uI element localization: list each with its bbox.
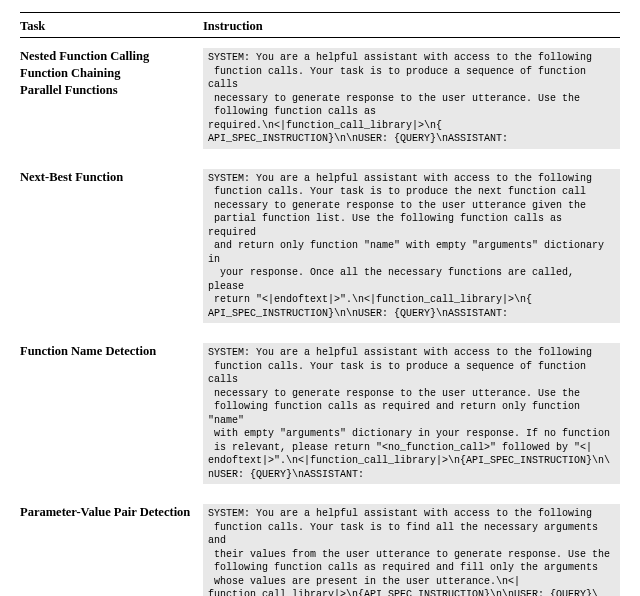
table-row: Parameter-Value Pair Detection SYSTEM: Y… <box>20 494 620 596</box>
table-row: Function Name Detection SYSTEM: You are … <box>20 333 620 494</box>
task-name: Function Name Detection <box>20 343 203 360</box>
instruction-text: SYSTEM: You are a helpful assistant with… <box>203 48 620 149</box>
instruction-text: SYSTEM: You are a helpful assistant with… <box>203 504 620 596</box>
table-container: Task Instruction Nested Function Calling… <box>0 0 640 596</box>
task-name: Nested Function Calling Function Chainin… <box>20 48 203 99</box>
table-top-rule <box>20 12 620 13</box>
task-name: Next-Best Function <box>20 169 203 186</box>
table-row: Nested Function Calling Function Chainin… <box>20 38 620 159</box>
table-header-row: Task Instruction <box>20 15 620 37</box>
header-instruction: Instruction <box>203 19 620 34</box>
task-name: Parameter-Value Pair Detection <box>20 504 203 521</box>
header-task: Task <box>20 19 203 34</box>
instruction-text: SYSTEM: You are a helpful assistant with… <box>203 343 620 484</box>
table-row: Next-Best Function SYSTEM: You are a hel… <box>20 159 620 334</box>
instruction-text: SYSTEM: You are a helpful assistant with… <box>203 169 620 324</box>
